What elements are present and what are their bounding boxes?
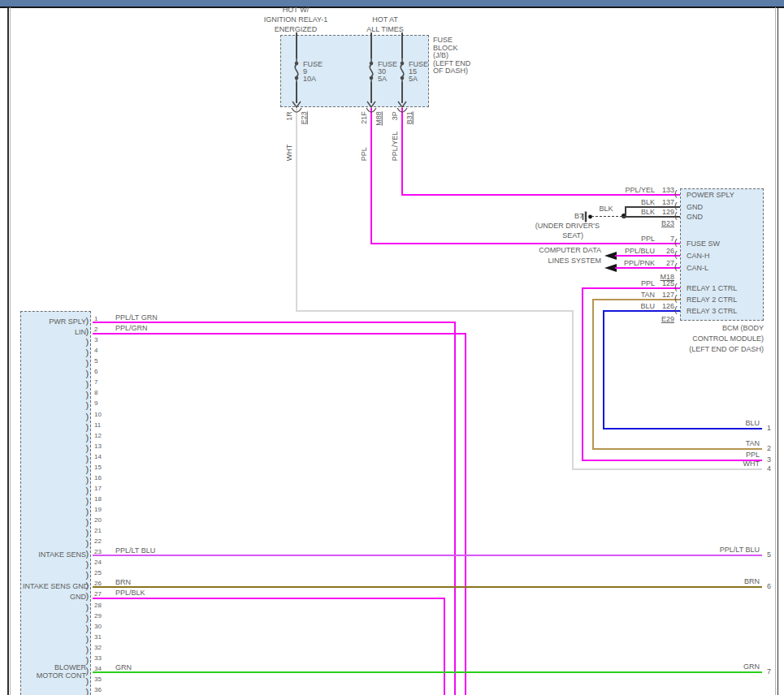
wiring-diagram-page: HOT W/ IGNITION RELAY-1 ENERGIZED HOT AT… [0,0,784,695]
left-connector-pin-number: 31 [94,633,102,641]
left-connector-pin-number: 6 [94,368,97,375]
connector-bracket: ) [86,369,89,378]
left-connector-terminal-label: MOTOR CONT [23,671,86,680]
connector-bracket: ) [86,571,89,580]
connector-bracket: ( [674,201,678,210]
right-terminal-pin-number: 5 [767,550,771,559]
left-connector-terminal-label: INTAKE SENS GND [23,582,86,591]
wire-wht [296,108,297,312]
bcm-terminal-label: GND [687,213,703,222]
left-connector-pin-number: 18 [94,495,102,503]
wire-blu-relay-3 [603,310,604,430]
right-terminal-pin-number: 1 [767,424,771,433]
left-connector-pin-number: 21 [94,527,102,534]
bcm-pin-number: 137 [648,198,674,207]
fuse-block-label-line5: OF DASH) [433,67,468,76]
connector-bracket: ) [86,688,89,695]
left-connector-terminal-label: GND [23,593,86,602]
connector-bracket: ) [86,560,89,569]
bcm-terminal-label: CAN-L [687,264,708,273]
hot-at-all-times-label-line2: ALL TIMES [328,25,442,34]
connector-bracket: ) [86,539,89,548]
wire-color-label: BRN [115,578,131,587]
connector-bracket: ) [86,434,89,442]
connector-bracket: ) [86,380,89,389]
fuse-block-label-line1: FUSE [433,36,453,45]
bcm-terminal-label: GND [687,203,703,212]
fuse-rating: 5A [378,75,387,84]
wire-ppl-blk [444,598,445,695]
bcm-caption-line2: CONTROL MODULE) [639,335,764,343]
bcm-connector-id: B23 [648,219,674,228]
left-connector-pin-number: 29 [94,612,102,619]
hot-at-all-times-label-line1: HOT AT [328,15,442,24]
left-connector-pin-number: 25 [94,569,102,576]
fuse-rating: 10A [303,75,316,84]
left-connector-pin-number: 10 [94,411,102,418]
connector-bracket: ) [86,518,89,527]
bcm-pin-number: 127 [648,291,674,300]
left-connector-pin-number: 12 [94,432,102,439]
connector-bracket: ) [86,614,89,623]
left-connector-pin-number: 23 [94,548,102,555]
connector-bracket: ) [86,486,89,495]
bcm-caption-line1: BCM (BODY [639,324,764,333]
connector-bracket: ) [86,603,89,612]
connector-bracket: ) [86,550,89,559]
left-connector-pin-number: 14 [94,453,102,460]
wire-wht [572,468,762,470]
bcm-pin-number: 126 [648,302,674,311]
connector-bracket: ) [86,592,89,601]
wire-color-label: PPL/GRN [115,324,148,333]
connector-bracket: ( [674,294,678,303]
connector-bracket: ) [86,359,89,368]
bcm-terminal-label: RELAY 3 CTRL [687,307,737,316]
bcm-terminal-label: RELAY 1 CTRL [687,284,737,293]
ground-id-label: B7 [561,212,583,221]
left-connector-pin-number: 8 [94,389,97,396]
connector-bracket: ( [674,305,678,314]
wire-tan-relay-2 [592,448,762,450]
wire-grn [93,671,762,673]
wire-ppl-grn [465,333,466,695]
left-connector-pin-number: 15 [94,464,102,471]
connector-bracket: ) [86,412,89,421]
connector-bracket: ( [674,211,678,220]
connector-bracket: ) [86,529,89,537]
left-connector-terminal-label: BLOWER [23,663,86,672]
ground-location-line2: SEAT) [520,231,583,240]
wire-ppl-grn [93,333,466,335]
bcm-pin-number: 133 [648,186,674,195]
bcm-terminal-label: POWER SPLY [687,191,734,200]
left-connector-pin-number: 11 [94,421,101,429]
wire-ppl-lt-grn [454,322,456,695]
left-connector-pin-number: 4 [94,347,97,354]
wire-color-label: GRN [678,663,760,671]
connector-bracket: ) [86,348,89,357]
wire-wht [572,310,574,470]
ground-location-line1: (UNDER DRIVER'S [520,222,600,231]
left-connector-pin-number: 30 [94,623,102,630]
left-connector-box [20,311,91,695]
computer-data-label-line2: LINES SYSTEM [496,257,601,265]
wire-ppl-relay-1 [582,287,583,461]
fuse-connector-id: E23 [300,111,309,160]
right-terminal-pin-number: 7 [767,667,771,676]
wire-color-label: TAN [678,439,760,448]
fuse-connector-id: B31 [405,111,414,160]
bcm-caption-line3: (LEFT END OF DASH) [639,345,764,354]
wire-tan-relay-2 [592,299,594,450]
wire-color-label: PPL/LT GRN [115,313,158,322]
connector-bracket: ) [86,338,89,347]
diagram-canvas: HOT W/ IGNITION RELAY-1 ENERGIZED HOT AT… [0,0,784,695]
connector-bracket: ) [86,656,89,665]
connector-bracket: ) [86,444,89,453]
bcm-pin-number: 26 [648,247,674,256]
connector-bracket: ) [86,327,89,336]
wire-wht [296,310,574,312]
left-connector-pin-number: 26 [94,580,102,587]
fuse-feed-line [296,32,297,58]
computer-data-label-line1: COMPUTER DATA [496,246,601,255]
connector-bracket: ( [674,262,678,271]
wire-color-label: WHT [285,112,294,161]
